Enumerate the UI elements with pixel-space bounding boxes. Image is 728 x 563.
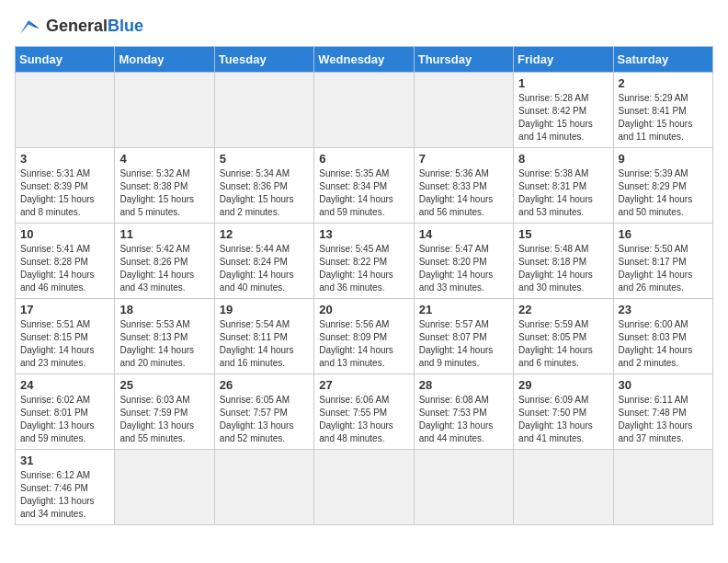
day-info: Sunrise: 5:54 AM Sunset: 8:11 PM Dayligh… bbox=[220, 318, 309, 370]
day-number: 24 bbox=[20, 378, 109, 392]
calendar-cell: 2Sunrise: 5:29 AM Sunset: 8:41 PM Daylig… bbox=[613, 73, 712, 148]
calendar-cell: 10Sunrise: 5:41 AM Sunset: 8:28 PM Dayli… bbox=[16, 224, 115, 299]
calendar-week-row: 24Sunrise: 6:02 AM Sunset: 8:01 PM Dayli… bbox=[16, 374, 713, 450]
day-info: Sunrise: 5:50 AM Sunset: 8:17 PM Dayligh… bbox=[619, 243, 708, 294]
calendar-week-row: 17Sunrise: 5:51 AM Sunset: 8:15 PM Dayli… bbox=[16, 299, 713, 374]
calendar-cell: 24Sunrise: 6:02 AM Sunset: 8:01 PM Dayli… bbox=[16, 374, 115, 450]
day-number: 30 bbox=[619, 378, 708, 392]
day-info: Sunrise: 5:56 AM Sunset: 8:09 PM Dayligh… bbox=[319, 318, 408, 370]
day-number: 21 bbox=[419, 303, 508, 316]
day-number: 4 bbox=[119, 152, 209, 166]
calendar-cell bbox=[414, 73, 513, 148]
day-number: 8 bbox=[518, 152, 608, 166]
day-info: Sunrise: 6:02 AM Sunset: 8:01 PM Dayligh… bbox=[20, 394, 109, 445]
calendar-cell: 8Sunrise: 5:38 AM Sunset: 8:31 PM Daylig… bbox=[514, 148, 613, 224]
day-number: 22 bbox=[518, 303, 608, 316]
day-info: Sunrise: 6:08 AM Sunset: 7:53 PM Dayligh… bbox=[419, 394, 508, 445]
day-info: Sunrise: 6:09 AM Sunset: 7:50 PM Dayligh… bbox=[518, 394, 608, 445]
calendar-cell: 23Sunrise: 6:00 AM Sunset: 8:03 PM Dayli… bbox=[613, 299, 712, 374]
day-number: 19 bbox=[220, 303, 309, 316]
day-number: 27 bbox=[319, 378, 408, 392]
day-info: Sunrise: 5:53 AM Sunset: 8:13 PM Dayligh… bbox=[119, 318, 209, 370]
day-info: Sunrise: 6:11 AM Sunset: 7:48 PM Dayligh… bbox=[619, 394, 708, 445]
calendar-header-row: SundayMondayTuesdayWednesdayThursdayFrid… bbox=[16, 47, 713, 73]
calendar-cell: 25Sunrise: 6:03 AM Sunset: 7:59 PM Dayli… bbox=[115, 374, 214, 450]
day-info: Sunrise: 5:29 AM Sunset: 8:41 PM Dayligh… bbox=[619, 92, 708, 144]
day-number: 9 bbox=[619, 152, 708, 166]
calendar-cell: 20Sunrise: 5:56 AM Sunset: 8:09 PM Dayli… bbox=[314, 299, 414, 374]
day-info: Sunrise: 6:12 AM Sunset: 7:46 PM Dayligh… bbox=[20, 469, 109, 521]
calendar-cell bbox=[314, 73, 414, 148]
day-number: 17 bbox=[20, 303, 109, 316]
day-number: 18 bbox=[119, 303, 209, 316]
day-info: Sunrise: 6:05 AM Sunset: 7:57 PM Dayligh… bbox=[220, 394, 309, 445]
calendar-cell bbox=[115, 73, 214, 148]
calendar-cell: 12Sunrise: 5:44 AM Sunset: 8:24 PM Dayli… bbox=[214, 224, 313, 299]
weekday-header-sunday: Sunday bbox=[16, 47, 115, 73]
weekday-header-tuesday: Tuesday bbox=[214, 47, 313, 73]
day-number: 29 bbox=[518, 378, 608, 392]
day-number: 5 bbox=[220, 152, 309, 166]
day-number: 1 bbox=[518, 76, 608, 90]
calendar-cell bbox=[115, 450, 214, 525]
calendar-cell: 7Sunrise: 5:36 AM Sunset: 8:33 PM Daylig… bbox=[414, 148, 513, 224]
day-info: Sunrise: 5:57 AM Sunset: 8:07 PM Dayligh… bbox=[419, 318, 508, 370]
calendar-cell: 6Sunrise: 5:35 AM Sunset: 8:34 PM Daylig… bbox=[314, 148, 414, 224]
calendar-cell bbox=[214, 450, 313, 525]
day-info: Sunrise: 5:39 AM Sunset: 8:29 PM Dayligh… bbox=[619, 167, 708, 219]
day-info: Sunrise: 5:44 AM Sunset: 8:24 PM Dayligh… bbox=[220, 243, 309, 294]
calendar-cell bbox=[314, 450, 414, 525]
day-info: Sunrise: 5:38 AM Sunset: 8:31 PM Dayligh… bbox=[518, 167, 608, 219]
calendar-cell: 1Sunrise: 5:28 AM Sunset: 8:42 PM Daylig… bbox=[514, 73, 613, 148]
day-info: Sunrise: 5:36 AM Sunset: 8:33 PM Dayligh… bbox=[419, 167, 508, 219]
day-info: Sunrise: 5:32 AM Sunset: 8:38 PM Dayligh… bbox=[119, 167, 209, 219]
day-info: Sunrise: 5:34 AM Sunset: 8:36 PM Dayligh… bbox=[220, 167, 309, 219]
calendar-cell: 9Sunrise: 5:39 AM Sunset: 8:29 PM Daylig… bbox=[613, 148, 712, 224]
day-number: 13 bbox=[319, 227, 408, 241]
svg-marker-0 bbox=[20, 20, 34, 34]
logo-label: GeneralBlue bbox=[46, 17, 143, 35]
calendar-cell: 28Sunrise: 6:08 AM Sunset: 7:53 PM Dayli… bbox=[414, 374, 513, 450]
day-number: 10 bbox=[20, 227, 109, 241]
day-info: Sunrise: 5:41 AM Sunset: 8:28 PM Dayligh… bbox=[20, 243, 109, 294]
day-info: Sunrise: 6:00 AM Sunset: 8:03 PM Dayligh… bbox=[619, 318, 708, 370]
day-number: 15 bbox=[518, 227, 608, 241]
calendar-cell: 22Sunrise: 5:59 AM Sunset: 8:05 PM Dayli… bbox=[514, 299, 613, 374]
calendar-cell bbox=[613, 450, 712, 525]
calendar-cell: 31Sunrise: 6:12 AM Sunset: 7:46 PM Dayli… bbox=[16, 450, 115, 525]
calendar-cell: 14Sunrise: 5:47 AM Sunset: 8:20 PM Dayli… bbox=[414, 224, 513, 299]
calendar-body: 1Sunrise: 5:28 AM Sunset: 8:42 PM Daylig… bbox=[16, 73, 713, 525]
calendar-cell: 5Sunrise: 5:34 AM Sunset: 8:36 PM Daylig… bbox=[214, 148, 313, 224]
calendar-cell: 3Sunrise: 5:31 AM Sunset: 8:39 PM Daylig… bbox=[16, 148, 115, 224]
day-number: 6 bbox=[319, 152, 408, 166]
day-number: 31 bbox=[20, 454, 109, 467]
calendar-cell: 11Sunrise: 5:42 AM Sunset: 8:26 PM Dayli… bbox=[115, 224, 214, 299]
calendar-cell: 16Sunrise: 5:50 AM Sunset: 8:17 PM Dayli… bbox=[613, 224, 712, 299]
day-info: Sunrise: 5:48 AM Sunset: 8:18 PM Dayligh… bbox=[518, 243, 608, 294]
weekday-header-friday: Friday bbox=[514, 47, 613, 73]
weekday-header-wednesday: Wednesday bbox=[314, 47, 414, 73]
weekday-header-monday: Monday bbox=[115, 47, 214, 73]
calendar-cell bbox=[414, 450, 513, 525]
weekday-header-thursday: Thursday bbox=[414, 47, 513, 73]
day-number: 23 bbox=[619, 303, 708, 316]
calendar-cell: 13Sunrise: 5:45 AM Sunset: 8:22 PM Dayli… bbox=[314, 224, 414, 299]
calendar-cell: 17Sunrise: 5:51 AM Sunset: 8:15 PM Dayli… bbox=[16, 299, 115, 374]
day-info: Sunrise: 6:06 AM Sunset: 7:55 PM Dayligh… bbox=[319, 394, 408, 445]
logo: GeneralBlue bbox=[15, 15, 143, 37]
day-number: 11 bbox=[119, 227, 209, 241]
calendar-week-row: 31Sunrise: 6:12 AM Sunset: 7:46 PM Dayli… bbox=[16, 450, 713, 525]
calendar-cell bbox=[514, 450, 613, 525]
day-info: Sunrise: 5:47 AM Sunset: 8:20 PM Dayligh… bbox=[419, 243, 508, 294]
day-number: 20 bbox=[319, 303, 408, 316]
calendar-cell: 30Sunrise: 6:11 AM Sunset: 7:48 PM Dayli… bbox=[613, 374, 712, 450]
calendar-cell: 4Sunrise: 5:32 AM Sunset: 8:38 PM Daylig… bbox=[115, 148, 214, 224]
day-number: 7 bbox=[419, 152, 508, 166]
day-number: 16 bbox=[619, 227, 708, 241]
day-info: Sunrise: 5:51 AM Sunset: 8:15 PM Dayligh… bbox=[20, 318, 109, 370]
day-number: 12 bbox=[220, 227, 309, 241]
day-info: Sunrise: 5:28 AM Sunset: 8:42 PM Dayligh… bbox=[518, 92, 608, 144]
day-number: 3 bbox=[20, 152, 109, 166]
calendar-cell: 15Sunrise: 5:48 AM Sunset: 8:18 PM Dayli… bbox=[514, 224, 613, 299]
day-info: Sunrise: 5:45 AM Sunset: 8:22 PM Dayligh… bbox=[319, 243, 408, 294]
